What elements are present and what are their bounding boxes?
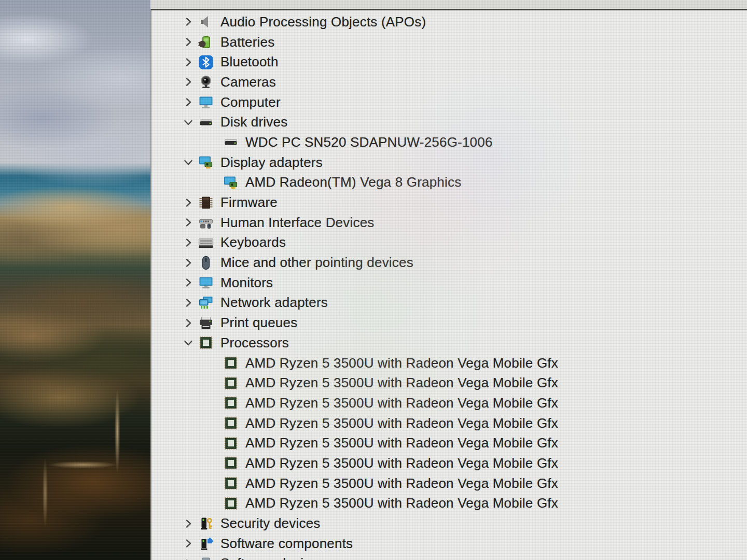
chevron-right-icon[interactable] [181,315,196,331]
device-tree: Audio Processing Objects (APOs) Batterie… [151,10,747,560]
tree-item-label: AMD Ryzen 5 3500U with Radeon Vega Mobil… [245,455,558,471]
tree-item-label: AMD Ryzen 5 3500U with Radeon Vega Mobil… [245,395,558,411]
tree-item-label: WDC PC SN520 SDAPNUW-256G-1006 [245,134,493,150]
chevron-right-icon[interactable] [181,235,196,250]
speaker-icon [198,14,214,30]
tree-item-label: AMD Ryzen 5 3500U with Radeon Vega Mobil… [245,495,558,511]
chevron-right-icon[interactable] [181,195,196,211]
tree-item-label: Batteries [220,34,274,50]
tree-item-software-components[interactable]: Software components [151,534,747,554]
tree-item-amd-ryzen-5-3500u-with-radeon-vega-mobil[interactable]: AMD Ryzen 5 3500U with Radeon Vega Mobil… [151,453,747,473]
printer-icon [198,315,214,331]
tree-item-label: AMD Ryzen 5 3500U with Radeon Vega Mobil… [245,415,558,431]
tree-item-audio-processing-objects-apos[interactable]: Audio Processing Objects (APOs) [151,12,747,32]
tree-item-label: Software components [220,536,353,552]
security-icon [198,516,214,531]
screen-photo: Audio Processing Objects (APOs) Batterie… [0,0,747,560]
tree-item-label: Software devices [220,555,325,560]
processor-icon [223,436,239,451]
tree-item-amd-ryzen-5-3500u-with-radeon-vega-mobil[interactable]: AMD Ryzen 5 3500U with Radeon Vega Mobil… [151,433,747,453]
processor-icon [223,496,239,511]
firmware-icon [198,195,214,211]
tree-item-label: Network adapters [220,295,328,311]
tree-item-network-adapters[interactable]: Network adapters [151,293,747,313]
tree-item-label: Processors [220,335,289,351]
tree-item-keyboards[interactable]: Keyboards [151,233,747,253]
desktop-wallpaper [0,0,150,560]
processor-icon [223,415,239,431]
tree-item-label: Human Interface Devices [220,215,375,231]
tree-item-label: AMD Ryzen 5 3500U with Radeon Vega Mobil… [245,475,558,492]
tree-item-computer[interactable]: Computer [151,92,747,113]
chevron-right-icon[interactable] [181,54,196,70]
keyboard-icon [198,235,214,250]
processor-icon [223,375,239,391]
tree-item-label: Bluetooth [220,54,279,70]
tree-item-label: Display adapters [220,155,323,171]
processor-icon [223,475,239,491]
chevron-right-icon[interactable] [181,275,196,290]
tree-item-bluetooth[interactable]: Bluetooth [151,52,747,72]
monitor-icon [198,275,214,290]
chevron-down-icon[interactable] [181,115,196,130]
tree-item-firmware[interactable]: Firmware [151,192,747,213]
software-component-icon [198,536,214,551]
tree-item-label: Firmware [220,194,278,211]
tree-item-amd-ryzen-5-3500u-with-radeon-vega-mobil[interactable]: AMD Ryzen 5 3500U with Radeon Vega Mobil… [151,393,747,413]
chevron-down-icon[interactable] [181,335,196,351]
tree-item-wdc-pc-sn520-sdapnuw-256g-1006[interactable]: WDC PC SN520 SDAPNUW-256G-1006 [151,132,747,152]
tree-item-label: Mice and other pointing devices [220,255,413,271]
network-icon [198,295,214,311]
display-icon [223,175,239,190]
tree-item-processors[interactable]: Processors [151,333,747,353]
tree-item-monitors[interactable]: Monitors [151,273,747,293]
tree-item-mice-and-other-pointing-devices[interactable]: Mice and other pointing devices [151,253,747,273]
tree-item-amd-ryzen-5-3500u-with-radeon-vega-mobil[interactable]: AMD Ryzen 5 3500U with Radeon Vega Mobil… [151,473,747,494]
display-icon [198,155,214,170]
tree-item-label: Audio Processing Objects (APOs) [220,14,426,30]
chevron-right-icon[interactable] [181,516,196,531]
screen-area-above-window [150,0,747,9]
software-device-icon [198,556,214,560]
chevron-right-icon[interactable] [181,255,196,271]
processor-icon [223,395,239,411]
tree-item-human-interface-devices[interactable]: Human Interface Devices [151,213,747,233]
processor-icon [223,355,239,371]
processor-icon [223,455,239,471]
processor-icon [198,335,214,351]
tree-item-security-devices[interactable]: Security devices [151,513,747,534]
tree-item-batteries[interactable]: Batteries [151,32,747,52]
chevron-down-icon[interactable] [181,155,196,170]
computer-icon [198,94,214,110]
chevron-right-icon[interactable] [181,536,196,551]
chevron-right-icon[interactable] [181,215,196,230]
chevron-right-icon[interactable] [181,74,196,90]
tree-item-amd-ryzen-5-3500u-with-radeon-vega-mobil[interactable]: AMD Ryzen 5 3500U with Radeon Vega Mobil… [151,373,747,393]
chevron-right-icon[interactable] [181,94,196,110]
chevron-right-icon[interactable] [181,556,196,560]
mouse-icon [198,255,214,271]
tree-item-label: Computer [220,94,281,110]
tree-item-software-devices[interactable]: Software devices [151,554,747,560]
chevron-right-icon[interactable] [181,295,196,311]
tree-item-label: AMD Radeon(TM) Vega 8 Graphics [245,174,461,190]
tree-item-label: Disk drives [220,114,287,130]
tree-item-amd-radeon-tm-vega-8-graphics[interactable]: AMD Radeon(TM) Vega 8 Graphics [151,173,747,193]
tree-item-print-queues[interactable]: Print queues [151,313,747,333]
tree-item-label: Keyboards [220,234,286,250]
device-manager-window: Audio Processing Objects (APOs) Batterie… [150,9,747,560]
chevron-right-icon[interactable] [181,34,196,50]
tree-item-display-adapters[interactable]: Display adapters [151,152,747,173]
disk-icon [223,134,239,150]
tree-item-label: Monitors [220,275,273,291]
camera-icon [198,74,214,90]
tree-item-amd-ryzen-5-3500u-with-radeon-vega-mobil[interactable]: AMD Ryzen 5 3500U with Radeon Vega Mobil… [151,353,747,373]
tree-item-amd-ryzen-5-3500u-with-radeon-vega-mobil[interactable]: AMD Ryzen 5 3500U with Radeon Vega Mobil… [151,413,747,433]
tree-item-label: Print queues [220,315,297,331]
tree-item-disk-drives[interactable]: Disk drives [151,112,747,132]
hid-icon [198,215,214,230]
chevron-right-icon[interactable] [181,14,196,30]
tree-item-cameras[interactable]: Cameras [151,72,747,92]
tree-item-amd-ryzen-5-3500u-with-radeon-vega-mobil[interactable]: AMD Ryzen 5 3500U with Radeon Vega Mobil… [151,494,747,514]
tree-item-label: AMD Ryzen 5 3500U with Radeon Vega Mobil… [245,355,558,371]
